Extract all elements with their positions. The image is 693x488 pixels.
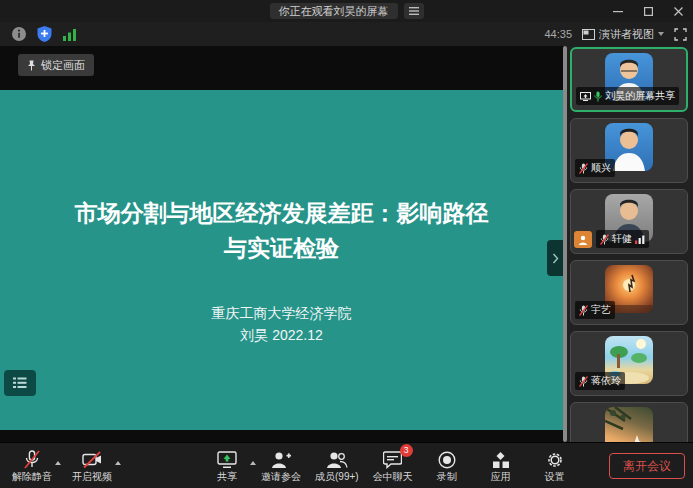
camera-off-icon xyxy=(82,451,103,469)
sidebar-collapse-handle[interactable] xyxy=(547,240,563,276)
fullscreen-icon[interactable] xyxy=(674,28,687,41)
participant-name: 蒋依玲 xyxy=(591,374,621,388)
invite-person-icon xyxy=(271,451,291,469)
maximize-button[interactable] xyxy=(633,0,663,22)
network-signal-icon[interactable] xyxy=(63,28,77,41)
toolbar-center-group: 共享 邀请参会 xyxy=(205,449,577,482)
participant-nameplate: 刘昊的屏幕共享 xyxy=(576,87,679,105)
meeting-timer: 44:35 xyxy=(544,28,572,40)
pin-icon xyxy=(27,60,36,71)
apps-label: 应用 xyxy=(491,471,511,482)
participants-sidebar: 刘昊的屏幕共享 顺兴 xyxy=(567,46,693,442)
members-button[interactable]: 成员(99+) xyxy=(313,449,361,482)
watching-title: 你正在观看刘昊的屏幕 xyxy=(270,3,398,19)
screen-share-icon xyxy=(580,92,591,101)
chat-label: 会中聊天 xyxy=(373,471,413,482)
participant-nameplate: 宇艺 xyxy=(575,301,615,319)
unmute-label: 解除静音 xyxy=(12,471,52,482)
dusk-branches xyxy=(605,407,653,442)
presentation-slide: 市场分割与地区经济发展差距：影响路径 与实证检验 重庆工商大学经济学院 刘昊 2… xyxy=(0,90,563,430)
participant-nameplate: 顺兴 xyxy=(575,159,615,177)
window-controls xyxy=(603,0,693,22)
participant-tile-xuanjian[interactable]: 轩健 xyxy=(570,189,688,254)
meeting-window: 你正在观看刘昊的屏幕 xyxy=(0,0,693,488)
record-button[interactable]: 录制 xyxy=(425,449,469,482)
mic-muted-icon xyxy=(24,450,40,469)
members-label: 成员(99+) xyxy=(315,471,359,482)
mic-options-caret[interactable] xyxy=(55,461,61,465)
participant-tile-shunxing[interactable]: 顺兴 xyxy=(570,118,688,183)
participant-nameplate: 轩健 xyxy=(596,230,649,248)
security-shield-icon[interactable] xyxy=(37,26,52,42)
participant-tile-liuhao-share[interactable]: 刘昊的屏幕共享 xyxy=(570,47,688,112)
record-icon xyxy=(438,451,456,469)
participant-name: 宇艺 xyxy=(591,303,611,317)
leave-meeting-button[interactable]: 离开会议 xyxy=(609,453,685,479)
participant-tile-6[interactable] xyxy=(570,402,688,442)
lock-view-label: 锁定画面 xyxy=(41,58,85,73)
apps-icon xyxy=(492,451,510,469)
participant-tile-jiangyiling[interactable]: 蒋依玲 xyxy=(570,331,688,396)
participant-tile-yuyi[interactable]: 宇艺 xyxy=(570,260,688,325)
host-badge xyxy=(574,231,592,248)
slide-title-line2: 与实证检验 xyxy=(0,231,563,266)
chevron-down-icon xyxy=(658,32,664,36)
shared-screen-viewport: 锁定画面 市场分割与地区经济发展差距：影响路径 与实证检验 重庆工商大学经济学院… xyxy=(0,46,563,442)
outline-list-icon xyxy=(13,377,27,389)
members-icon xyxy=(326,451,348,469)
minimize-icon xyxy=(613,6,623,16)
mic-muted-icon xyxy=(579,305,588,316)
invite-button[interactable]: 邀请参会 xyxy=(259,449,303,482)
mic-muted-icon xyxy=(579,376,588,387)
host-person-icon xyxy=(578,235,588,245)
participant-name: 顺兴 xyxy=(591,161,611,175)
chevron-right-icon xyxy=(552,253,559,264)
slide-organization: 重庆工商大学经济学院 xyxy=(0,305,563,323)
screen-share-menu-button[interactable] xyxy=(404,3,424,19)
slide-title-line1: 市场分割与地区经济发展差距：影响路径 xyxy=(0,196,563,231)
participant-name: 刘昊的屏幕共享 xyxy=(605,89,675,103)
mic-muted-icon xyxy=(600,234,609,245)
unmute-button[interactable]: 解除静音 xyxy=(10,449,54,482)
apps-button[interactable]: 应用 xyxy=(479,449,523,482)
video-options-caret[interactable] xyxy=(115,461,121,465)
meeting-info-icon[interactable] xyxy=(12,27,26,41)
participant-name: 轩健 xyxy=(612,232,632,246)
toolbar-left-group: 解除静音 开启视频 xyxy=(10,449,114,482)
close-button[interactable] xyxy=(663,0,693,22)
mic-on-icon xyxy=(594,91,602,102)
chat-icon xyxy=(383,451,402,469)
slide-author: 刘昊 2022.12 xyxy=(0,327,563,345)
slide-title: 市场分割与地区经济发展差距：影响路径 与实证检验 xyxy=(0,196,563,265)
settings-button[interactable]: 设置 xyxy=(533,449,577,482)
minimize-button[interactable] xyxy=(603,0,633,22)
start-video-label: 开启视频 xyxy=(72,471,112,482)
lock-view-button[interactable]: 锁定画面 xyxy=(18,54,94,76)
start-video-button[interactable]: 开启视频 xyxy=(70,449,114,482)
slide-outline-button[interactable] xyxy=(4,370,36,396)
status-icons xyxy=(12,26,77,42)
close-icon xyxy=(674,7,683,16)
gear-icon xyxy=(546,451,564,469)
view-mode-button[interactable]: 演讲者视图 xyxy=(582,27,664,42)
share-screen-icon xyxy=(217,451,237,469)
chat-button[interactable]: 3 会中聊天 xyxy=(371,449,415,482)
chat-unread-badge: 3 xyxy=(400,444,413,457)
meeting-toolbar: 解除静音 开启视频 xyxy=(0,442,693,488)
status-right: 44:35 演讲者视图 xyxy=(544,22,687,46)
share-options-caret[interactable] xyxy=(250,461,256,465)
share-screen-button[interactable]: 共享 xyxy=(205,449,249,482)
share-label: 共享 xyxy=(217,471,237,482)
avatar xyxy=(605,407,653,442)
record-label: 录制 xyxy=(437,471,457,482)
invite-label: 邀请参会 xyxy=(261,471,301,482)
weak-signal-icon xyxy=(635,235,645,244)
layout-icon xyxy=(582,29,595,40)
hamburger-icon xyxy=(409,7,419,15)
participant-nameplate: 蒋依玲 xyxy=(575,372,625,390)
watching-title-text: 你正在观看刘昊的屏幕 xyxy=(279,5,389,17)
titlebar: 你正在观看刘昊的屏幕 xyxy=(0,0,693,22)
maximize-icon xyxy=(644,7,653,16)
mic-muted-icon xyxy=(579,163,588,174)
view-mode-label: 演讲者视图 xyxy=(599,27,654,42)
